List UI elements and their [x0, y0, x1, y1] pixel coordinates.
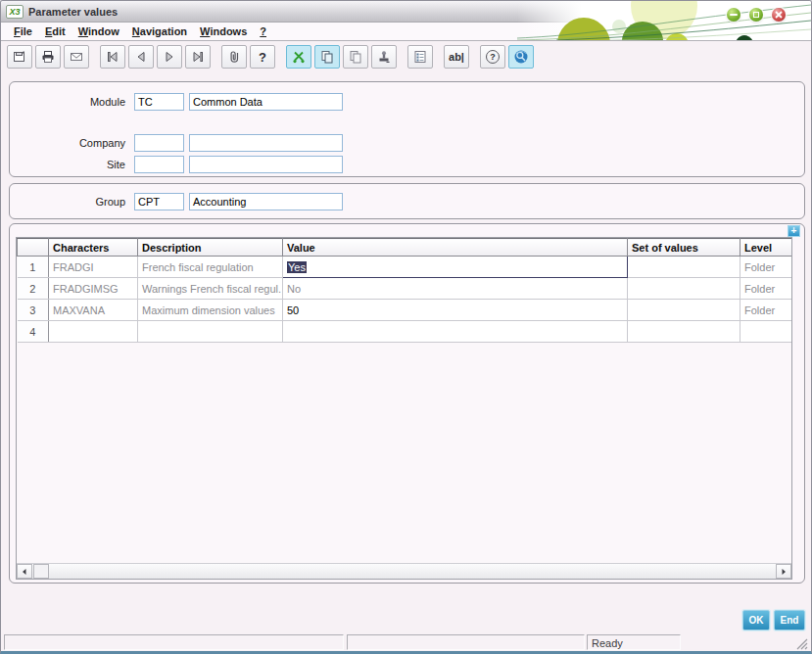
scroll-left-button[interactable] [17, 564, 32, 579]
cell-description[interactable]: French fiscal regulation [138, 257, 283, 278]
minimize-button[interactable] [727, 8, 740, 22]
cell-value-editing[interactable]: Yes [283, 257, 628, 278]
cell-characters[interactable]: MAXVANA [49, 300, 138, 321]
window-controls [727, 8, 786, 22]
cell-value[interactable] [283, 321, 628, 343]
cell-set-of-values[interactable] [628, 321, 740, 343]
stamp-button[interactable] [371, 45, 397, 69]
cell-set-of-values[interactable] [628, 278, 740, 300]
maximize-icon [753, 12, 759, 18]
company-code-field[interactable] [134, 134, 184, 152]
attachment-button[interactable] [221, 45, 247, 69]
header-characters: Characters [49, 239, 138, 257]
minimize-icon [730, 14, 738, 16]
close-button[interactable] [772, 8, 786, 22]
row-number[interactable]: 2 [18, 278, 49, 300]
text-edit-button[interactable]: ab| [444, 45, 469, 69]
row-number[interactable]: 3 [18, 300, 49, 321]
print-button[interactable] [35, 45, 61, 69]
toolbar: ? ab| ? [7, 45, 537, 69]
cell-value[interactable]: No [283, 278, 628, 300]
group-label: Group [10, 196, 125, 208]
horizontal-scrollbar [17, 563, 791, 579]
cell-characters[interactable]: FRADGI [49, 257, 138, 278]
selected-text: Yes [287, 261, 307, 273]
cell-level[interactable]: Folder [740, 257, 793, 278]
grid-panel: + Characters Description Value Set of va… [9, 223, 805, 584]
company-name-field[interactable] [189, 134, 343, 152]
group-panel: Group CPT Accounting [9, 183, 805, 219]
window-title: Parameter values [28, 6, 118, 18]
list-icon [412, 49, 428, 65]
scrollbar-track[interactable] [49, 564, 776, 579]
menu-windows[interactable]: Windows [195, 23, 252, 39]
scroll-right-button[interactable] [776, 564, 791, 579]
header-set-of-values: Set of values [628, 239, 740, 257]
web-help-button[interactable] [508, 45, 534, 69]
first-record-button[interactable] [100, 45, 125, 69]
app-window: X3 Parameter values File Edit [0, 0, 812, 654]
copy-button[interactable] [314, 45, 340, 69]
module-panel: Module TC Common Data Company Site [9, 81, 805, 177]
maximize-button[interactable] [749, 8, 763, 22]
app-logo-label: X3 [9, 7, 20, 17]
save-icon [12, 49, 27, 65]
module-name-field[interactable]: Common Data [189, 93, 343, 111]
paste-button[interactable] [343, 45, 368, 69]
cell-level[interactable]: Folder [740, 300, 793, 321]
menu-file[interactable]: File [9, 23, 37, 39]
status-panel-1 [4, 634, 344, 650]
menu-help[interactable]: ? [255, 23, 271, 39]
row-number[interactable]: 1 [18, 257, 49, 278]
row-number[interactable]: 4 [18, 321, 49, 343]
menu-navigation[interactable]: Navigation [127, 23, 192, 39]
menu-edit[interactable]: Edit [40, 23, 71, 39]
previous-record-button[interactable] [128, 45, 154, 69]
cell-set-of-values[interactable] [628, 300, 740, 321]
menu-window[interactable]: Window [73, 23, 124, 39]
grid-viewport: Characters Description Value Set of valu… [16, 237, 792, 580]
grid-expand-button[interactable]: + [788, 225, 800, 237]
mail-button[interactable] [64, 45, 89, 69]
header-rownum [18, 239, 49, 257]
help-button[interactable]: ? [250, 45, 275, 69]
cell-set-of-values[interactable] [628, 257, 740, 278]
save-button[interactable] [7, 45, 32, 69]
parameters-table: Characters Description Value Set of valu… [17, 238, 792, 343]
cell-level[interactable] [740, 321, 793, 343]
print-icon [40, 49, 56, 65]
scroll-left-icon [21, 568, 28, 576]
last-record-button[interactable] [185, 45, 211, 69]
module-code-field[interactable]: TC [134, 93, 184, 111]
next-record-button[interactable] [157, 45, 182, 69]
cell-characters[interactable]: FRADGIMSG [49, 278, 138, 300]
help-icon: ? [259, 50, 266, 65]
ok-button[interactable]: OK [742, 610, 770, 631]
table-row: 1 FRADGI French fiscal regulation Yes Fo… [18, 257, 793, 278]
help-circle-button[interactable]: ? [480, 45, 505, 69]
cell-description[interactable]: Warnings French fiscal regul. [138, 278, 283, 300]
site-code-field[interactable] [134, 156, 184, 173]
group-name-field[interactable]: Accounting [189, 193, 343, 210]
copy-icon [319, 49, 335, 65]
resize-grip[interactable] [796, 638, 808, 650]
web-help-icon [513, 49, 529, 65]
scrollbar-thumb[interactable] [33, 564, 49, 579]
cell-value[interactable]: 50 [283, 300, 628, 321]
cell-description[interactable] [138, 321, 283, 343]
status-ready: Ready [587, 634, 681, 650]
app-logo-icon: X3 [6, 5, 24, 19]
paste-icon [348, 49, 363, 65]
mail-icon [69, 49, 84, 65]
list-button[interactable] [407, 45, 433, 69]
header-level: Level [740, 239, 793, 257]
cell-description[interactable]: Maximum dimension values [138, 300, 283, 321]
cut-button[interactable] [286, 45, 311, 69]
cut-icon [291, 49, 307, 65]
end-button[interactable]: End [774, 610, 805, 631]
cell-characters[interactable] [49, 321, 138, 343]
table-row: 2 FRADGIMSG Warnings French fiscal regul… [18, 278, 793, 300]
site-name-field[interactable] [189, 156, 343, 173]
group-code-field[interactable]: CPT [134, 193, 184, 210]
cell-level[interactable]: Folder [740, 278, 793, 300]
